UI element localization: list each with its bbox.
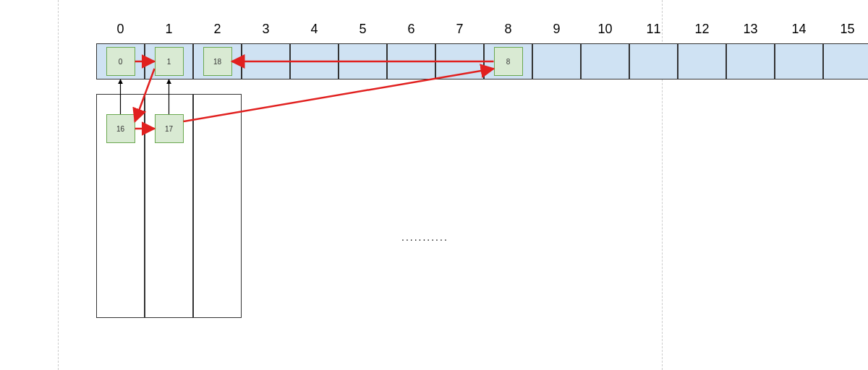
- array-slot: [242, 43, 290, 79]
- hash-node: 0: [106, 47, 135, 76]
- chain-node: 17: [155, 114, 184, 143]
- column-index: 0: [116, 22, 124, 37]
- array-slot: [629, 43, 678, 79]
- column-index: 9: [553, 22, 560, 37]
- diagram-stage: { "layout": { "originX": 133, "indexY": …: [0, 0, 868, 370]
- column-index: 15: [840, 22, 854, 37]
- array-slot: [435, 43, 484, 79]
- array-slot: [775, 43, 823, 79]
- array-slot: [726, 43, 775, 79]
- array-slot: [823, 43, 868, 79]
- array-slot: [678, 43, 726, 79]
- array-slot: [290, 43, 339, 79]
- hash-node: 1: [155, 47, 184, 76]
- column-index: 2: [213, 22, 221, 37]
- array-slot: [387, 43, 435, 79]
- chain-bucket: [193, 94, 242, 318]
- column-index: 14: [791, 22, 806, 37]
- array-slot: [339, 43, 387, 79]
- column-index: 4: [310, 22, 318, 37]
- column-index: 12: [694, 22, 709, 37]
- column-index: 13: [743, 22, 757, 37]
- guide-line: [58, 0, 59, 370]
- hash-node: 8: [494, 47, 523, 76]
- column-index: 6: [407, 22, 414, 37]
- column-index: 11: [646, 22, 660, 37]
- ellipsis: ...........: [401, 231, 448, 243]
- chain-node: 16: [106, 114, 135, 143]
- array-slot: [581, 43, 629, 79]
- column-index: 10: [597, 22, 612, 37]
- column-index: 3: [262, 22, 269, 37]
- column-index: 7: [456, 22, 463, 37]
- column-index: 1: [165, 22, 172, 37]
- column-index: 5: [359, 22, 366, 37]
- hash-node: 18: [203, 47, 232, 76]
- column-index: 8: [504, 22, 511, 37]
- array-slot: [532, 43, 581, 79]
